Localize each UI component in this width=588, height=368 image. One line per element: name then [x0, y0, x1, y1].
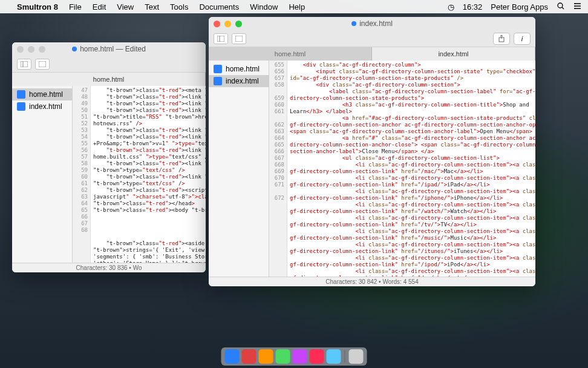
tabbar: home.html index.html: [209, 47, 535, 61]
code-editor[interactable]: <div class="ac-gf-directory-column"> <in…: [287, 61, 535, 277]
close-button[interactable]: [17, 46, 24, 53]
svg-rect-10: [39, 61, 46, 67]
svg-point-0: [558, 3, 563, 8]
tab-index[interactable]: index.html: [372, 47, 535, 61]
dock-item-app4[interactable]: [310, 349, 324, 364]
window-home[interactable]: home.html — Edited home.html home.html i…: [12, 42, 206, 272]
menubar-user[interactable]: Peter Borg Apps: [491, 2, 548, 12]
toolbar-sidebar-button[interactable]: [17, 59, 31, 70]
dock-item-app5[interactable]: [327, 349, 341, 364]
minimize-button[interactable]: [224, 21, 231, 27]
window-title: index.html: [351, 19, 393, 28]
toolbar-view-button[interactable]: [232, 33, 246, 44]
minimize-button[interactable]: [28, 46, 34, 53]
menubar-time[interactable]: 16:32: [463, 2, 483, 12]
html-file-icon: [214, 77, 222, 85]
dock-item-app2[interactable]: [276, 349, 290, 364]
svg-rect-11: [217, 36, 224, 42]
dock: [221, 347, 367, 366]
spotlight-icon[interactable]: [557, 2, 565, 12]
app-menu[interactable]: Smultron 8: [17, 2, 58, 12]
html-file-icon: [214, 65, 222, 73]
svg-point-5: [574, 3, 575, 4]
close-button[interactable]: [214, 21, 220, 27]
dock-item-app3[interactable]: [293, 349, 307, 364]
line-gutter: 655656657658 659660661 66266366466566666…: [269, 61, 287, 277]
zoom-button[interactable]: [235, 21, 242, 27]
svg-line-1: [562, 7, 564, 9]
dock-item-smultron[interactable]: [242, 349, 256, 364]
svg-rect-13: [235, 36, 243, 42]
file-sidebar: home.html index.html: [12, 86, 73, 263]
dock-item-app1[interactable]: [259, 349, 273, 364]
line-gutter: 4748495051525354555657585960616263646566…: [73, 86, 91, 263]
tabbar: home.html: [12, 73, 206, 86]
menu-tools[interactable]: Tools: [170, 2, 188, 12]
tab-home[interactable]: home.html: [209, 47, 372, 61]
sidebar-file-index[interactable]: index.html: [209, 75, 269, 87]
file-sidebar: home.html index.html: [209, 61, 269, 277]
dock-trash-icon[interactable]: [349, 349, 364, 364]
html-file-icon: [17, 102, 25, 111]
dock-separator: [345, 350, 345, 363]
window-title: home.html — Edited: [72, 45, 146, 53]
menu-documents[interactable]: Documents: [199, 2, 239, 12]
sidebar-file-home[interactable]: home.html: [12, 88, 72, 100]
menu-help[interactable]: Help: [289, 2, 305, 12]
toolbar-info-button[interactable]: i: [514, 33, 531, 45]
toolbar-view-button[interactable]: [35, 59, 50, 70]
clock-icon[interactable]: ◷: [448, 2, 454, 12]
window-index[interactable]: index.html i home.html index.html home.h…: [209, 17, 535, 286]
titlebar[interactable]: home.html — Edited: [12, 42, 206, 56]
toolbar-sidebar-button[interactable]: [214, 33, 228, 44]
notification-center-icon[interactable]: [573, 2, 582, 12]
menu-view[interactable]: View: [117, 2, 134, 12]
zoom-button[interactable]: [39, 46, 45, 53]
menu-window[interactable]: Window: [250, 2, 278, 12]
titlebar[interactable]: index.html: [209, 17, 535, 30]
menu-edit[interactable]: Edit: [93, 2, 106, 12]
menubar: Smultron 8 File Edit View Text Tools Doc…: [0, 0, 588, 13]
html-file-icon: [17, 90, 25, 99]
toolbar: i: [209, 30, 535, 47]
dock-item-finder[interactable]: [225, 349, 240, 364]
menu-text[interactable]: Text: [145, 2, 159, 12]
tab-home[interactable]: home.html: [12, 73, 206, 86]
sidebar-file-home[interactable]: home.html: [209, 63, 269, 75]
sidebar-file-index[interactable]: index.html: [12, 100, 72, 113]
statusbar: Characters: 30 842 • Words: 4 554: [209, 277, 535, 286]
svg-point-6: [574, 5, 575, 7]
svg-rect-8: [21, 61, 28, 67]
code-editor[interactable]: "t-brown">class="t-red"><meta "t-brown">…: [91, 86, 206, 263]
toolbar: [12, 56, 206, 73]
toolbar-share-button[interactable]: [493, 33, 510, 45]
statusbar: Characters: 30 836 • Wo: [12, 263, 206, 272]
svg-point-7: [574, 8, 575, 9]
menu-file[interactable]: File: [69, 2, 82, 12]
